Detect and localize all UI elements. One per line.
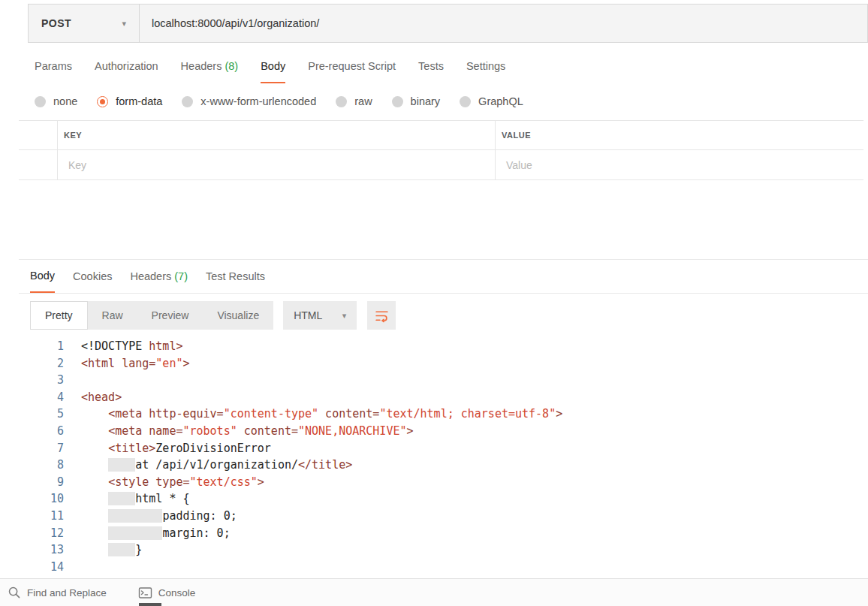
wrap-lines-button[interactable] xyxy=(367,301,396,330)
code-text: at /api/v1/organization/</title> xyxy=(81,457,352,474)
code-text: margin: 0; xyxy=(81,525,231,542)
value-header-label: VALUE xyxy=(502,131,531,140)
kv-header-row: KEY VALUE xyxy=(19,120,863,150)
code-line: 6 <meta name="robots" content="NONE,NOAR… xyxy=(19,423,868,440)
line-number: 13 xyxy=(19,541,64,559)
response-headers-count-badge: (7) xyxy=(174,270,188,282)
view-mode-raw[interactable]: Raw xyxy=(88,301,137,330)
response-tabs: Body Cookies Headers(7) Test Results xyxy=(19,259,868,294)
row-checkbox-cell[interactable] xyxy=(19,150,58,179)
tab-settings[interactable]: Settings xyxy=(466,60,505,83)
line-number: 1 xyxy=(19,338,64,355)
code-lines: 1<!DOCTYPE html>2<html lang="en">34<head… xyxy=(19,338,868,571)
tab-label: Headers xyxy=(130,270,171,282)
mode-label: form-data xyxy=(116,95,162,107)
code-line: 11 padding: 0; xyxy=(19,508,868,525)
code-line: 14 xyxy=(19,559,868,571)
key-input[interactable]: Key xyxy=(58,150,496,179)
body-mode-x-www-form-urlencoded[interactable]: x-www-form-urlencoded xyxy=(182,95,316,107)
line-number: 2 xyxy=(19,355,64,372)
horizontal-scrollbar-thumb[interactable] xyxy=(139,603,161,606)
find-and-replace-label: Find and Replace xyxy=(27,587,107,598)
method-label: POST xyxy=(41,17,71,29)
code-line: 12 margin: 0; xyxy=(19,525,868,542)
key-header-label: KEY xyxy=(64,131,82,140)
body-mode-form-data[interactable]: form-data xyxy=(97,95,162,107)
tab-params[interactable]: Params xyxy=(35,60,72,83)
method-select[interactable]: POST ▾ xyxy=(29,5,140,42)
radio-icon xyxy=(182,96,193,107)
code-text: <!DOCTYPE html> xyxy=(81,338,182,355)
view-mode-preview[interactable]: Preview xyxy=(137,301,203,330)
radio-selected-icon xyxy=(97,96,108,107)
radio-icon xyxy=(336,96,347,107)
console-button[interactable]: Console xyxy=(138,586,196,599)
body-mode-raw[interactable]: raw xyxy=(336,95,372,107)
code-line: 9 <style type="text/css"> xyxy=(19,474,868,491)
response-tab-headers[interactable]: Headers(7) xyxy=(130,260,188,293)
tab-headers[interactable]: Headers(8) xyxy=(181,60,239,83)
body-mode-radios: none form-data x-www-form-urlencoded raw… xyxy=(35,95,543,107)
key-column-header: KEY xyxy=(58,121,496,149)
response-tab-body[interactable]: Body xyxy=(30,260,55,293)
line-number: 14 xyxy=(19,559,64,571)
value-input[interactable]: Value xyxy=(496,150,863,179)
tab-tests[interactable]: Tests xyxy=(418,60,444,83)
line-number: 7 xyxy=(19,440,64,457)
code-text: padding: 0; xyxy=(81,508,237,525)
request-url-bar: POST ▾ localhost:8000/api/v1/organizatio… xyxy=(28,4,868,43)
line-number: 6 xyxy=(19,423,64,440)
code-line: 5 <meta http-equiv="content-type" conten… xyxy=(19,406,868,423)
code-text: <title>ZeroDivisionError xyxy=(81,440,271,457)
status-bar: Find and Replace Console xyxy=(0,578,868,606)
code-line: 8 at /api/v1/organization/</title> xyxy=(19,457,868,474)
wrap-lines-icon xyxy=(374,308,390,324)
line-number: 4 xyxy=(19,389,64,406)
console-label: Console xyxy=(158,587,196,598)
line-number: 8 xyxy=(19,457,64,474)
view-mode-visualize[interactable]: Visualize xyxy=(203,301,273,330)
url-text: localhost:8000/api/v1/organization/ xyxy=(152,17,319,29)
mode-label: none xyxy=(53,95,77,107)
response-tab-cookies[interactable]: Cookies xyxy=(73,260,112,293)
code-line: 10 html * { xyxy=(19,490,868,508)
chevron-down-icon: ▾ xyxy=(342,312,347,320)
code-text: <style type="text/css"> xyxy=(81,474,264,491)
tab-pre-request-script[interactable]: Pre-request Script xyxy=(308,60,396,83)
body-mode-binary[interactable]: binary xyxy=(392,95,441,107)
code-line: 4<head> xyxy=(19,389,868,406)
radio-icon xyxy=(35,96,46,107)
mode-label: x-www-form-urlencoded xyxy=(200,95,316,107)
mode-label: binary xyxy=(411,95,441,107)
body-mode-graphql[interactable]: GraphQL xyxy=(460,95,523,107)
view-mode-pretty[interactable]: Pretty xyxy=(30,301,88,330)
request-tabs: Params Authorization Headers(8) Body Pre… xyxy=(35,60,528,83)
code-line: 1<!DOCTYPE html> xyxy=(19,338,868,355)
code-line: 3 xyxy=(19,372,868,389)
code-text: <html lang="en"> xyxy=(81,355,190,372)
radio-icon xyxy=(460,96,471,107)
code-text: <meta name="robots" content="NONE,NOARCH… xyxy=(81,423,414,440)
line-number: 10 xyxy=(19,490,64,508)
code-line: 7 <title>ZeroDivisionError xyxy=(19,440,868,457)
line-number: 9 xyxy=(19,474,64,491)
search-icon xyxy=(8,586,21,599)
code-line: 2<html lang="en"> xyxy=(19,355,868,372)
code-line: 13 } xyxy=(19,541,868,559)
radio-icon xyxy=(392,96,403,107)
line-number: 12 xyxy=(19,525,64,542)
line-number: 3 xyxy=(19,372,64,389)
chevron-down-icon: ▾ xyxy=(122,20,126,28)
url-input[interactable]: localhost:8000/api/v1/organization/ xyxy=(140,5,867,42)
tab-authorization[interactable]: Authorization xyxy=(95,60,158,83)
language-label: HTML xyxy=(294,309,322,321)
code-text: } xyxy=(81,541,142,559)
body-mode-none[interactable]: none xyxy=(35,95,77,107)
key-placeholder: Key xyxy=(64,159,86,171)
response-tab-test-results[interactable]: Test Results xyxy=(206,260,265,293)
headers-count-badge: (8) xyxy=(225,60,238,72)
language-select[interactable]: HTML ▾ xyxy=(283,301,357,330)
find-and-replace-button[interactable]: Find and Replace xyxy=(8,586,107,599)
tab-body[interactable]: Body xyxy=(261,60,285,83)
mode-label: raw xyxy=(354,95,372,107)
